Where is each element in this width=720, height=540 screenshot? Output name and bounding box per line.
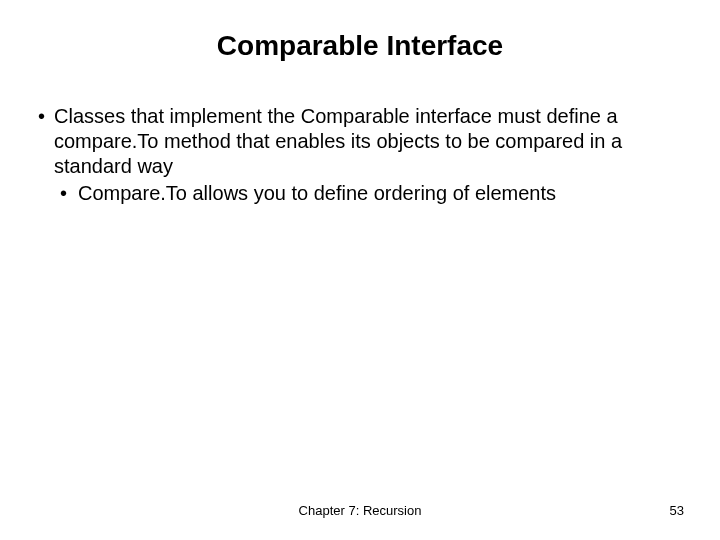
slide-body: • Classes that implement the Comparable … — [36, 104, 684, 206]
bullet-level-1: • Classes that implement the Comparable … — [36, 104, 684, 179]
bullet-icon: • — [36, 104, 54, 129]
bullet-text: Classes that implement the Comparable in… — [54, 104, 684, 179]
slide: Comparable Interface • Classes that impl… — [0, 0, 720, 540]
bullet-level-2: • Compare.To allows you to define orderi… — [60, 181, 684, 206]
slide-title: Comparable Interface — [36, 30, 684, 62]
bullet-text: Compare.To allows you to define ordering… — [78, 181, 684, 206]
footer-center: Chapter 7: Recursion — [0, 503, 720, 518]
page-number: 53 — [670, 503, 684, 518]
bullet-icon: • — [60, 181, 78, 206]
